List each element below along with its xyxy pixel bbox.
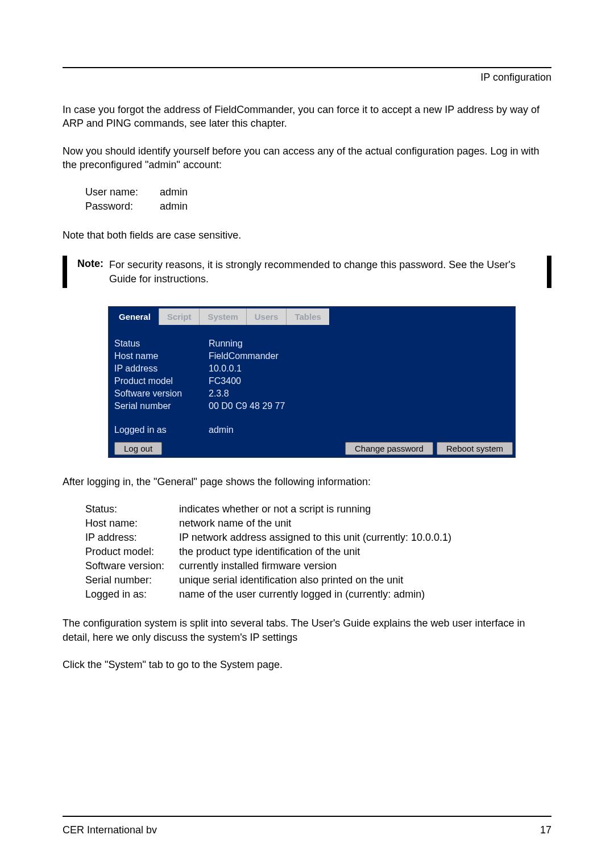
page-header-title: IP configuration bbox=[63, 72, 551, 84]
info-key: Host name: bbox=[85, 518, 178, 531]
version-value: 2.3.8 bbox=[209, 389, 229, 399]
ip-label: IP address bbox=[114, 364, 205, 374]
status-row: Status Running bbox=[114, 337, 509, 350]
paragraph: In case you forgot the address of FieldC… bbox=[63, 103, 551, 131]
model-label: Product model bbox=[114, 376, 205, 386]
paragraph: After logging in, the "General" page sho… bbox=[63, 475, 551, 489]
info-key: Logged in as: bbox=[85, 589, 178, 602]
tab-general[interactable]: General bbox=[111, 308, 159, 325]
info-key: Status: bbox=[85, 503, 178, 516]
model-row: Product model FC3400 bbox=[114, 375, 509, 387]
info-table: Status: indicates whether or not a scrip… bbox=[84, 502, 466, 603]
reboot-button[interactable]: Reboot system bbox=[437, 442, 513, 455]
credentials-pass-value: admin bbox=[160, 201, 208, 214]
paragraph: Note that both fields are case sensitive… bbox=[63, 228, 551, 242]
hostname-value: FieldCommander bbox=[209, 351, 279, 361]
note-left-bar bbox=[63, 256, 67, 288]
tab-script[interactable]: Script bbox=[159, 308, 200, 325]
info-val: unique serial identification also printe… bbox=[179, 574, 465, 587]
credentials-pass-label: Password: bbox=[85, 201, 159, 214]
tab-bar: General Script System Users Tables bbox=[109, 307, 515, 325]
ip-row: IP address 10.0.0.1 bbox=[114, 362, 509, 375]
info-key: Serial number: bbox=[85, 574, 178, 587]
serial-value: 00 D0 C9 48 29 77 bbox=[209, 401, 285, 411]
info-key: Product model: bbox=[85, 546, 178, 559]
tab-system[interactable]: System bbox=[200, 308, 246, 325]
ip-value: 10.0.0.1 bbox=[209, 364, 242, 374]
info-row: Serial number: unique serial identificat… bbox=[85, 574, 465, 587]
logged-in-label: Logged in as bbox=[114, 425, 205, 435]
credentials-user-label: User name: bbox=[85, 186, 159, 199]
model-value: FC3400 bbox=[209, 376, 241, 386]
info-val: name of the user currently logged in (cu… bbox=[179, 589, 465, 602]
info-key: Software version: bbox=[85, 560, 178, 573]
logged-in-value: admin bbox=[209, 425, 234, 435]
general-page-screenshot: General Script System Users Tables Statu… bbox=[108, 306, 516, 458]
info-val: the product type identification of the u… bbox=[179, 546, 465, 559]
info-row: Software version: currently installed fi… bbox=[85, 560, 465, 573]
note-right-bar bbox=[547, 256, 551, 288]
version-row: Software version 2.3.8 bbox=[114, 387, 509, 400]
serial-row: Serial number 00 D0 C9 48 29 77 bbox=[114, 400, 509, 412]
info-val: network name of the unit bbox=[179, 518, 465, 531]
footer-page-number: 17 bbox=[540, 824, 551, 836]
paragraph: Now you should identify yourself before … bbox=[63, 144, 551, 172]
paragraph: Click the "System" tab to go to the Syst… bbox=[63, 658, 551, 671]
info-row: Logged in as: name of the user currently… bbox=[85, 589, 465, 602]
info-val: IP network address assigned to this unit… bbox=[179, 532, 465, 545]
info-key: IP address: bbox=[85, 532, 178, 545]
note-label: Note: bbox=[77, 258, 103, 286]
change-password-button[interactable]: Change password bbox=[345, 442, 433, 455]
info-val: indicates whether or not a script is run… bbox=[179, 503, 465, 516]
info-row: Status: indicates whether or not a scrip… bbox=[85, 503, 465, 516]
serial-label: Serial number bbox=[114, 401, 205, 411]
note-text: For security reasons, it is strongly rec… bbox=[109, 258, 537, 286]
credentials-user-value: admin bbox=[160, 186, 208, 199]
note-block: Note: For security reasons, it is strong… bbox=[63, 256, 551, 288]
logout-button[interactable]: Log out bbox=[114, 442, 162, 455]
logged-in-row: Logged in as admin bbox=[114, 424, 509, 436]
info-row: IP address: IP network address assigned … bbox=[85, 532, 465, 545]
footer-left: CER International bv bbox=[63, 824, 157, 836]
credentials-table: User name: admin Password: admin bbox=[84, 185, 209, 215]
tab-users[interactable]: Users bbox=[247, 308, 287, 325]
info-row: Host name: network name of the unit bbox=[85, 518, 465, 531]
hostname-label: Host name bbox=[114, 351, 205, 361]
info-row: Product model: the product type identifi… bbox=[85, 546, 465, 559]
hostname-row: Host name FieldCommander bbox=[114, 350, 509, 362]
version-label: Software version bbox=[114, 389, 205, 399]
status-value: Running bbox=[209, 339, 243, 349]
info-val: currently installed firmware version bbox=[179, 560, 465, 573]
status-label: Status bbox=[114, 339, 205, 349]
paragraph: The configuration system is split into s… bbox=[63, 616, 551, 644]
tab-tables[interactable]: Tables bbox=[287, 308, 329, 325]
